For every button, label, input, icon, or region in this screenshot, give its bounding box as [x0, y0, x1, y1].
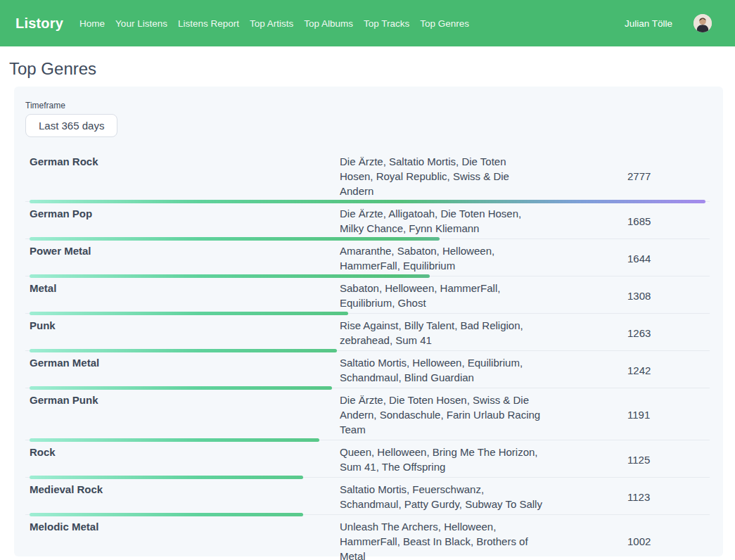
genre-name: Rock — [30, 445, 340, 474]
genre-artists: Amaranthe, Sabaton, Helloween, HammerFal… — [340, 243, 545, 273]
genre-name: German Punk — [30, 393, 340, 437]
top-genres-card: Timeframe Last 365 days German Rock Die … — [14, 87, 723, 556]
genre-count: 1123 — [545, 491, 710, 503]
genre-count: 1263 — [545, 327, 710, 339]
timeframe-label: Timeframe — [25, 101, 710, 110]
user-name: Julian Tölle — [625, 18, 672, 29]
genres-table: German Rock Die Ärzte, Saltatio Mortis, … — [25, 150, 710, 560]
genre-name: Power Metal — [30, 243, 340, 273]
user-menu: Julian Tölle — [625, 14, 712, 32]
genre-name: German Pop — [30, 206, 340, 236]
table-row: German Punk Die Ärzte, Die Toten Hosen, … — [25, 388, 710, 440]
genre-count: 2777 — [545, 170, 710, 182]
genre-count: 1125 — [545, 454, 710, 466]
table-row: Punk Rise Against, Billy Talent, Bad Rel… — [25, 314, 710, 351]
genre-artists: Die Ärzte, Saltatio Mortis, Die Toten Ho… — [340, 154, 545, 198]
genre-count: 1002 — [545, 535, 710, 547]
genre-count: 1685 — [545, 215, 710, 227]
genre-count: 1191 — [545, 409, 710, 421]
app-header: Listory HomeYour ListensListens ReportTo… — [0, 0, 735, 46]
genre-name: German Rock — [30, 154, 340, 198]
nav-item-top-artists[interactable]: Top Artists — [250, 18, 293, 29]
nav-item-top-genres[interactable]: Top Genres — [420, 18, 469, 29]
table-row: Rock Queen, Helloween, Bring Me The Hori… — [25, 440, 710, 478]
nav-item-top-albums[interactable]: Top Albums — [304, 18, 353, 29]
genre-name: Metal — [30, 281, 340, 310]
genre-name: Punk — [30, 318, 340, 348]
timeframe-select[interactable]: Last 365 days — [25, 114, 117, 137]
table-row: German Pop Die Ärzte, Alligatoah, Die To… — [25, 202, 710, 239]
genre-artists: Die Ärzte, Die Toten Hosen, Swiss & Die … — [340, 393, 545, 437]
genre-count: 1308 — [545, 290, 710, 302]
genre-artists: Unleash The Archers, Helloween, HammerFa… — [340, 519, 545, 560]
genre-artists: Sabaton, Helloween, HammerFall, Equilibr… — [340, 281, 545, 310]
table-row: Metal Sabaton, Helloween, HammerFall, Eq… — [25, 276, 710, 314]
table-row: German Metal Saltatio Mortis, Helloween,… — [25, 351, 710, 388]
table-row: Power Metal Amaranthe, Sabaton, Hellowee… — [25, 239, 710, 276]
table-row: Melodic Metal Unleash The Archers, Hello… — [25, 515, 710, 560]
genre-name: Melodic Metal — [30, 519, 340, 560]
genre-count: 1644 — [545, 253, 710, 265]
table-row: German Rock Die Ärzte, Saltatio Mortis, … — [25, 150, 710, 202]
main-nav: HomeYour ListensListens ReportTop Artist… — [79, 18, 625, 29]
genre-artists: Queen, Helloween, Bring Me The Horizon, … — [340, 445, 545, 474]
genre-artists: Saltatio Mortis, Helloween, Equilibrium,… — [340, 355, 545, 385]
genre-count: 1242 — [545, 364, 710, 376]
nav-item-home[interactable]: Home — [79, 18, 105, 29]
user-avatar-icon[interactable] — [694, 14, 712, 32]
nav-item-top-tracks[interactable]: Top Tracks — [364, 18, 409, 29]
page-title: Top Genres — [9, 59, 735, 79]
genre-artists: Saltatio Mortis, Feuerschwanz, Schandmau… — [340, 482, 545, 511]
genre-name: Medieval Rock — [30, 482, 340, 511]
genre-artists: Rise Against, Billy Talent, Bad Religion… — [340, 318, 545, 348]
brand-logo[interactable]: Listory — [15, 15, 63, 32]
genre-artists: Die Ärzte, Alligatoah, Die Toten Hosen, … — [340, 206, 545, 236]
nav-item-your-listens[interactable]: Your Listens — [115, 18, 167, 29]
nav-item-listens-report[interactable]: Listens Report — [178, 18, 239, 29]
genre-name: German Metal — [30, 355, 340, 385]
table-row: Medieval Rock Saltatio Mortis, Feuerschw… — [25, 478, 710, 515]
